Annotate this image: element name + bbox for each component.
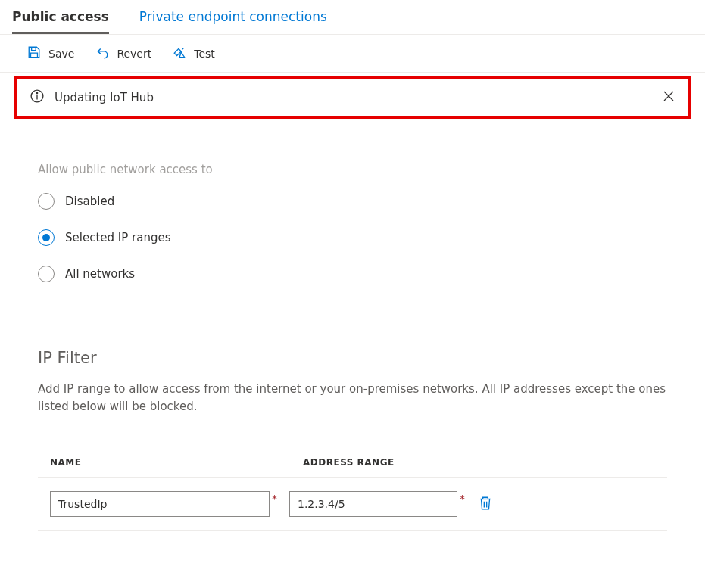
tabs: Public access Private endpoint connectio… <box>0 0 705 35</box>
network-access-label: Allow public network access to <box>38 163 667 176</box>
required-marker: * <box>272 493 277 505</box>
name-input[interactable] <box>50 491 270 517</box>
tab-public-access[interactable]: Public access <box>12 0 109 34</box>
notification-text: Updating IoT Hub <box>55 91 154 104</box>
radio-icon <box>38 266 55 282</box>
save-label: Save <box>48 48 74 60</box>
svg-point-2 <box>36 92 37 93</box>
network-access-radio-group: Disabled Selected IP ranges All networks <box>38 193 667 282</box>
notification-banner: Updating IoT Hub <box>14 76 691 119</box>
test-label: Test <box>194 48 215 60</box>
ip-filter-description: Add IP range to allow access from the in… <box>38 381 667 415</box>
toolbar: Save Revert Test <box>0 35 705 73</box>
radio-icon <box>38 193 55 210</box>
radio-selected-ip-ranges[interactable]: Selected IP ranges <box>38 229 667 246</box>
radio-label: Disabled <box>65 194 114 208</box>
column-name: NAME <box>50 457 303 468</box>
save-icon <box>27 45 41 61</box>
radio-disabled[interactable]: Disabled <box>38 193 667 210</box>
address-range-input[interactable] <box>289 491 457 517</box>
table-header: NAME ADDRESS RANGE <box>38 457 667 478</box>
required-marker: * <box>460 493 465 505</box>
table-row: * * <box>38 478 667 531</box>
radio-label: All networks <box>65 267 135 281</box>
column-address-range: ADDRESS RANGE <box>303 457 395 468</box>
radio-all-networks[interactable]: All networks <box>38 266 667 282</box>
revert-button[interactable]: Revert <box>95 45 151 61</box>
undo-icon <box>95 45 109 61</box>
ip-filter-heading: IP Filter <box>38 349 667 367</box>
ip-filter-table: NAME ADDRESS RANGE * * <box>38 457 667 531</box>
tab-private-endpoint[interactable]: Private endpoint connections <box>139 0 327 34</box>
flask-icon <box>173 45 186 61</box>
test-button[interactable]: Test <box>173 45 215 61</box>
trash-icon[interactable] <box>479 496 492 513</box>
revert-label: Revert <box>117 48 151 60</box>
close-icon[interactable] <box>663 90 675 104</box>
radio-icon <box>38 229 55 246</box>
radio-label: Selected IP ranges <box>65 231 170 244</box>
info-icon <box>30 89 44 105</box>
save-button[interactable]: Save <box>27 45 74 61</box>
